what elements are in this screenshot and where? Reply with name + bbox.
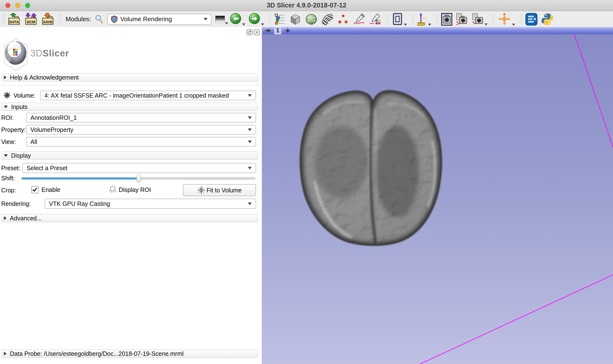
shift-slider-handle[interactable]: [136, 175, 141, 182]
chevron-down-icon: [512, 24, 515, 26]
chevron-down-icon: [248, 141, 252, 143]
data-probe-header[interactable]: Data Probe: /Users/esteegoldberg/Doc...2…: [1, 350, 258, 358]
annotation-colors-icon: [369, 13, 381, 25]
threed-viewport[interactable]: 1: [262, 27, 613, 364]
view-label-badge: 1: [274, 27, 281, 34]
toolbar-separator: [268, 14, 271, 25]
screenshot-camera-icon: [441, 13, 452, 26]
chevron-down-icon: [485, 23, 488, 26]
volume-rendering-scene: [262, 27, 613, 364]
toolbar-separator: [435, 14, 438, 25]
module-selector-value: Volume Rendering: [121, 15, 204, 23]
roi-edge-line-bottom: [419, 274, 613, 364]
measurements-button[interactable]: [417, 13, 431, 26]
load-data-button[interactable]: DATA: [7, 13, 21, 26]
shift-slider[interactable]: [21, 177, 256, 180]
roi-edge-line-top: [574, 35, 613, 150]
roi-label: ROI:: [1, 113, 14, 122]
advanced-section-header[interactable]: Advanced...: [1, 214, 258, 222]
display-roi-label: Display ROI: [119, 186, 151, 193]
inputs-section-header[interactable]: Inputs: [1, 103, 258, 111]
chevron-down-icon: [248, 117, 252, 119]
module-hierarchy-button[interactable]: [274, 13, 286, 25]
minimize-window-button[interactable]: [15, 3, 20, 8]
checkmark-icon: [32, 187, 37, 192]
toolbar-drag-handle[interactable]: [58, 14, 61, 25]
layout-selector-button[interactable]: [392, 13, 407, 26]
slicer-logo-text: 3DSlicer: [30, 48, 69, 59]
scene-view-menu-button[interactable]: [472, 13, 488, 26]
titlebar: 3D Slicer 4.9.0-2018-07-12: [0, 0, 613, 11]
shift-label: Shift:: [1, 175, 15, 182]
property-selector[interactable]: VolumeProperty: [26, 125, 256, 134]
collapsed-arrow-icon: [4, 352, 7, 356]
main-toolbar: DATA DCM SAVE Modules: Volume Renderi: [0, 11, 613, 27]
zoom-window-button[interactable]: [25, 3, 30, 8]
rendering-selector[interactable]: VTK GPU Ray Casting: [45, 199, 256, 209]
dicom-folder-icon: DCM: [24, 13, 38, 26]
svg-text:DCM: DCM: [27, 20, 35, 24]
pin-icon[interactable]: [264, 28, 271, 34]
crop-enable-checkbox[interactable]: [31, 186, 39, 193]
forward-arrow-icon: [249, 13, 261, 26]
dicom-button[interactable]: DCM: [24, 13, 38, 26]
chevron-down-icon: [248, 203, 252, 205]
collapsed-arrow-icon: [4, 216, 7, 220]
close-window-button[interactable]: [5, 3, 10, 8]
view-center-crosshair-icon[interactable]: [284, 27, 291, 34]
module-selector[interactable]: Volume Rendering: [107, 14, 211, 25]
save-button[interactable]: SAVE: [41, 13, 54, 26]
markups-fiducials-icon: [337, 13, 349, 25]
crop-label: Crop:: [1, 184, 16, 196]
history-back-button[interactable]: [230, 13, 245, 26]
chevron-down-icon: [428, 24, 431, 26]
display-roi-visibility-icon[interactable]: [109, 185, 117, 195]
toolbar-separator: [492, 14, 495, 25]
back-arrow-icon: [230, 13, 242, 26]
extensions-sphere-button[interactable]: [305, 13, 318, 25]
expanded-arrow-icon: [4, 154, 8, 157]
help-acknowledgement-header[interactable]: Help & Acknowledgement: [1, 73, 258, 81]
svg-text:DATA: DATA: [9, 20, 19, 24]
collapsed-arrow-icon: [4, 76, 7, 79]
module-search-button[interactable]: [95, 14, 104, 24]
crosshair-icon: [498, 13, 512, 26]
crosshair-button[interactable]: [498, 13, 515, 26]
python-console-button[interactable]: [541, 13, 554, 26]
mesh-grid-button[interactable]: [321, 13, 334, 26]
volume-cube-button[interactable]: [289, 13, 302, 26]
fit-to-volume-icon: [197, 186, 205, 194]
view-selector[interactable]: All: [26, 137, 256, 147]
undock-panel-button[interactable]: [246, 29, 253, 35]
markups-fiducials-button[interactable]: [337, 13, 349, 25]
modules-label: Modules:: [66, 15, 91, 23]
screenshot-button[interactable]: [441, 13, 452, 26]
scene-view-camera-icon: [456, 13, 468, 26]
mesh-grid-icon: [321, 13, 334, 26]
window-title: 3D Slicer 4.9.0-2018-07-12: [0, 2, 613, 9]
annotation-colors-button[interactable]: [369, 13, 381, 25]
view-controller-bar: 1: [262, 27, 613, 34]
preset-selector[interactable]: Select a Preset: [22, 163, 256, 173]
volume-visibility-icon[interactable]: [3, 91, 11, 100]
rendering-label: Rendering:: [1, 199, 31, 209]
toolbar-drag-handle[interactable]: [2, 14, 5, 25]
extension-manager-button[interactable]: [525, 13, 538, 26]
annotation-pencil-icon: [353, 13, 365, 25]
display-section-header[interactable]: Display: [1, 151, 258, 160]
scene-view-menu-camera-icon: [472, 13, 484, 26]
toolbar-separator: [519, 14, 522, 25]
chevron-down-icon: [242, 23, 245, 26]
history-forward-button[interactable]: [249, 13, 264, 26]
chevron-down-icon: [204, 18, 207, 21]
volume-selector[interactable]: 4: AX fetal SSFSE ARC - imageOrientation…: [40, 91, 256, 100]
annotation-pencil-button[interactable]: [353, 13, 365, 25]
undo-history-button[interactable]: [215, 16, 225, 23]
scene-view-button[interactable]: [456, 13, 468, 26]
roi-selector[interactable]: AnnotationROI_1: [26, 113, 256, 122]
property-label: Property:: [1, 125, 26, 134]
fit-to-volume-button[interactable]: Fit to Volume: [183, 184, 256, 196]
close-panel-button[interactable]: [254, 29, 260, 35]
module-panel: 3DSlicer Help & Acknowledgement Volume: …: [0, 27, 262, 364]
search-icon: [95, 14, 104, 24]
